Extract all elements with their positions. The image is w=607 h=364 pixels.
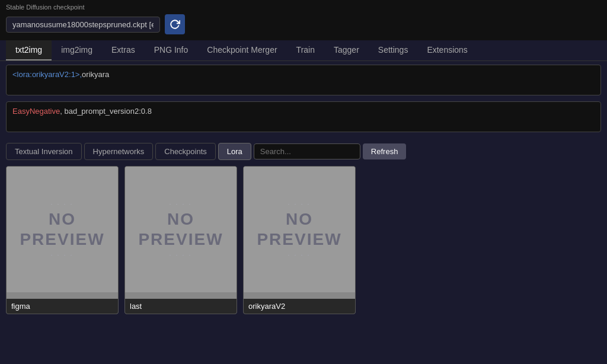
negative-prompt-area: EasyNegative, bad_prompt_version2:0.8 xyxy=(0,99,607,137)
tab-txt2img[interactable]: txt2img xyxy=(6,40,52,60)
lora-card-last-label: last xyxy=(125,299,237,314)
lora-card-orikyarav2[interactable]: · · · · NOPREVIEW · · · · orikyaraV2 xyxy=(243,166,356,314)
tab-checkpoint-merger[interactable]: Checkpoint Merger xyxy=(197,40,286,60)
tab-tagger[interactable]: Tagger xyxy=(324,40,369,60)
lora-card-orikyarav2-label: orikyaraV2 xyxy=(244,299,355,314)
negative-rest: , bad_prompt_version2:0.8 xyxy=(60,107,152,116)
checkpoint-title: Stable Diffusion checkpoint xyxy=(0,2,607,11)
lora-card-figma-label: figma xyxy=(7,299,118,314)
lora-tabs-row: Textual Inversion Hypernetworks Checkpoi… xyxy=(6,143,601,160)
positive-prompt-box[interactable]: <lora:orikyaraV2:1>,orikyara xyxy=(6,65,601,95)
tab-settings[interactable]: Settings xyxy=(369,40,418,60)
lora-card-last[interactable]: · · · · NOPREVIEW · · · · last xyxy=(124,166,237,314)
lora-search-input[interactable] xyxy=(254,143,360,159)
no-preview-text: NOPREVIEW xyxy=(138,209,223,249)
tab-textual-inversion[interactable]: Textual Inversion xyxy=(6,143,82,160)
tab-extras[interactable]: Extras xyxy=(102,40,145,60)
checkpoint-section: Stable Diffusion checkpoint yamanosusume… xyxy=(0,0,607,40)
negative-easynegative: EasyNegative xyxy=(12,107,60,116)
no-preview-text: NOPREVIEW xyxy=(257,209,341,249)
tab-hypernetworks[interactable]: Hypernetworks xyxy=(84,143,154,160)
lora-card-figma[interactable]: · · · · NOPREVIEW · · · · figma xyxy=(6,166,119,314)
prompt-text: orikyara xyxy=(82,70,109,79)
lora-section: Textual Inversion Hypernetworks Checkpoi… xyxy=(0,137,607,320)
no-preview-orikyarav2: · · · · NOPREVIEW · · · · xyxy=(244,167,355,292)
tab-train[interactable]: Train xyxy=(287,40,324,60)
tab-lora[interactable]: Lora xyxy=(218,143,251,160)
tab-extensions[interactable]: Extensions xyxy=(417,40,477,60)
lora-cards-grid: · · · · NOPREVIEW · · · · figma · · · · … xyxy=(6,166,601,314)
nav-tabs: txt2img img2img Extras PNG Info Checkpoi… xyxy=(0,40,607,61)
checkpoint-select[interactable]: yamanosusume18000stepspruned.ckpt [e4fd3… xyxy=(6,17,160,33)
tab-png-info[interactable]: PNG Info xyxy=(145,40,198,60)
no-preview-last: · · · · NOPREVIEW · · · · xyxy=(125,167,237,292)
checkpoint-refresh-button[interactable] xyxy=(165,14,185,34)
lora-refresh-button[interactable]: Refresh xyxy=(363,143,407,159)
prompt-lora-tag: <lora:orikyaraV2:1>, xyxy=(12,70,82,79)
no-preview-figma: · · · · NOPREVIEW · · · · xyxy=(7,167,118,292)
no-preview-text: NOPREVIEW xyxy=(20,209,104,249)
tab-checkpoints[interactable]: Checkpoints xyxy=(155,143,216,160)
positive-prompt-area: <lora:orikyaraV2:1>,orikyara xyxy=(0,61,607,99)
tab-img2img[interactable]: img2img xyxy=(52,40,102,60)
negative-prompt-box[interactable]: EasyNegative, bad_prompt_version2:0.8 xyxy=(6,101,601,132)
